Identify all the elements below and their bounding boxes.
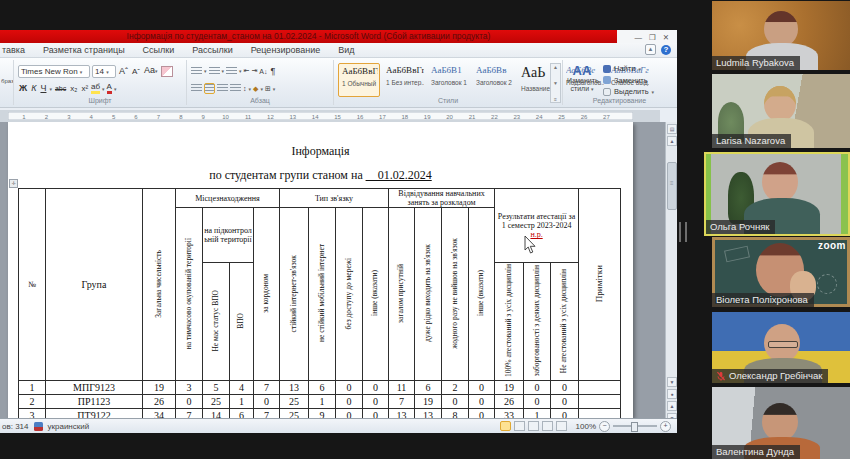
justify-icon[interactable]	[230, 84, 241, 93]
multilevel-list-icon[interactable]	[226, 67, 237, 76]
tab-1[interactable]: Разметка страницы	[34, 45, 134, 57]
col-header-present: загалом присутній	[389, 208, 415, 381]
language-indicator[interactable]: украинский	[48, 422, 90, 431]
print-layout-view-icon[interactable]	[500, 421, 511, 431]
shrink-font-button[interactable]: Аˇ	[131, 65, 141, 78]
help-icon[interactable]: ?	[661, 45, 671, 55]
participant-tile[interactable]: Олександр Гребінчак	[712, 312, 850, 383]
decrease-indent-icon[interactable]: ⇤	[244, 67, 250, 75]
collapse-ribbon-icon[interactable]: ▲	[645, 44, 656, 55]
value-cell: 1	[230, 395, 254, 409]
value-cell: 33	[495, 409, 524, 418]
zoom-level[interactable]: 100%	[576, 422, 596, 431]
replace-button[interactable]: Заменить	[603, 76, 654, 85]
window-title: Інформація по студентам_станом на 01.02.…	[127, 31, 491, 41]
outline-view-icon[interactable]	[542, 421, 553, 431]
ruler-number: 12	[267, 114, 274, 120]
zoom-in-icon[interactable]: +	[660, 421, 671, 432]
font-size-combo[interactable]: 14 ▾	[92, 65, 116, 78]
participant-head	[764, 11, 798, 47]
minimize-button[interactable]: —	[634, 33, 642, 42]
value-cell: 3	[176, 381, 203, 395]
scroll-thumb[interactable]	[667, 162, 677, 210]
zoom-out-icon[interactable]: −	[599, 421, 610, 432]
format-painter-label[interactable]: бразцу	[1, 78, 13, 84]
participant-name: Валентина Дунда	[712, 445, 800, 459]
table-move-handle[interactable]: ✛	[9, 179, 18, 188]
panel-divider-handle[interactable]	[679, 222, 687, 242]
close-button[interactable]: ✕	[663, 33, 669, 42]
restore-button[interactable]: ❐	[649, 33, 656, 42]
participant-tile[interactable]: Ludmila Rybakova	[712, 1, 850, 70]
increase-indent-icon[interactable]: ⇥	[251, 67, 257, 75]
scroll-up-icon[interactable]: ▲	[667, 136, 677, 146]
document-area[interactable]: Інформація по студентам групи станом на …	[0, 122, 677, 418]
document-page[interactable]: Інформація по студентам групи станом на …	[8, 122, 633, 418]
zoom-watermark: zoom	[818, 240, 846, 251]
tab-2[interactable]: Ссылки	[134, 45, 184, 57]
zoom-slider[interactable]	[613, 425, 657, 427]
style-label: 1 Обычный	[342, 80, 378, 87]
shading-icon[interactable]: ◆	[253, 85, 258, 93]
value-cell: 0	[176, 395, 203, 409]
font-color-button[interactable]: А	[107, 83, 112, 94]
value-cell	[579, 381, 621, 395]
word-count[interactable]: ов: 314	[2, 422, 29, 431]
participant-head	[764, 324, 800, 362]
strikethrough-button[interactable]: abc	[54, 82, 67, 95]
align-center-icon[interactable]	[204, 83, 215, 94]
line-spacing-icon[interactable]: ↕	[243, 85, 247, 92]
mouse-cursor	[524, 236, 536, 254]
draft-view-icon[interactable]	[556, 421, 567, 431]
align-left-icon[interactable]	[191, 84, 202, 93]
select-button[interactable]: Выделить▾	[603, 87, 654, 96]
ruler[interactable]: 1234567891011121314151617181920212223242…	[0, 110, 660, 122]
participant-tile[interactable]: Larisa Nazarova	[712, 74, 850, 148]
bullets-icon[interactable]	[191, 67, 202, 76]
change-styles-button[interactable]: АА Изменить стили ▾	[567, 64, 597, 93]
participant-tile-active[interactable]: Ольга Рочняк	[704, 152, 850, 236]
align-right-icon[interactable]	[217, 84, 228, 93]
table-body: 1МПГ9123193547136001162019002ПР112326025…	[19, 381, 621, 418]
value-cell: 26	[495, 395, 524, 409]
underline-button[interactable]: Ч	[39, 82, 47, 95]
tab-5[interactable]: Вид	[329, 45, 363, 57]
style-card[interactable]: АаБбВвГг,1 Без интер...	[383, 63, 425, 97]
highlight-color-button[interactable]: аб	[91, 83, 100, 94]
browse-object-icon[interactable]: ●	[667, 389, 677, 399]
ribbon-tabs: тавкаРазметка страницыСсылкиРассылкиРеце…	[0, 43, 677, 58]
spellcheck-icon[interactable]	[34, 422, 43, 431]
find-button[interactable]: Найти▾	[603, 64, 654, 73]
style-card[interactable]: АаБбВвГг,1 Обычный	[338, 63, 380, 97]
numbering-icon[interactable]	[209, 67, 220, 76]
previous-page-icon[interactable]: ▲	[667, 401, 677, 411]
title-bar[interactable]: Інформація по студентам_станом на 01.02.…	[0, 30, 617, 43]
zoom-slider-thumb[interactable]	[631, 422, 638, 432]
subscript-button[interactable]: x₂	[69, 82, 78, 95]
col-header-full-att: 100% атестований з усіх дисциплін	[495, 263, 524, 381]
ruler-toggle-icon[interactable]: ▤	[667, 124, 677, 134]
participant-name: Ольга Рочняк	[706, 220, 775, 234]
italic-button[interactable]: К	[30, 82, 37, 95]
superscript-button[interactable]: x²	[80, 82, 89, 95]
change-case-button[interactable]: Аа▾	[143, 64, 159, 78]
scroll-down-icon[interactable]: ▼	[667, 377, 677, 387]
tab-4[interactable]: Рецензирование	[242, 45, 330, 57]
borders-icon[interactable]: ⊞	[265, 85, 271, 93]
style-card[interactable]: АаБбВ1Заголовок 1	[428, 63, 470, 97]
clear-formatting-icon[interactable]	[161, 66, 173, 77]
grow-font-button[interactable]: Аˆ	[118, 65, 129, 78]
sort-icon[interactable]: А↓	[259, 68, 267, 75]
participant-tile[interactable]: zoomВіолета Поліхронова	[712, 237, 850, 307]
web-layout-view-icon[interactable]	[528, 421, 539, 431]
font-family-combo[interactable]: Times New Ron ▾	[18, 65, 90, 78]
participant-tile[interactable]: Валентина Дунда	[712, 387, 850, 459]
style-card[interactable]: АаБбВвЗаголовок 2	[473, 63, 515, 97]
tab-0[interactable]: тавка	[0, 45, 34, 57]
tab-3[interactable]: Рассылки	[183, 45, 241, 57]
pilcrow-icon[interactable]: ¶	[269, 65, 276, 78]
ruler-band: 1234567891011121314151617181920212223242…	[8, 112, 633, 120]
vertical-scrollbar[interactable]: ▤ ▲ ▼ ● ▲ ▼	[665, 122, 677, 418]
fullscreen-view-icon[interactable]	[514, 421, 525, 431]
bold-button[interactable]: Ж	[18, 82, 28, 95]
